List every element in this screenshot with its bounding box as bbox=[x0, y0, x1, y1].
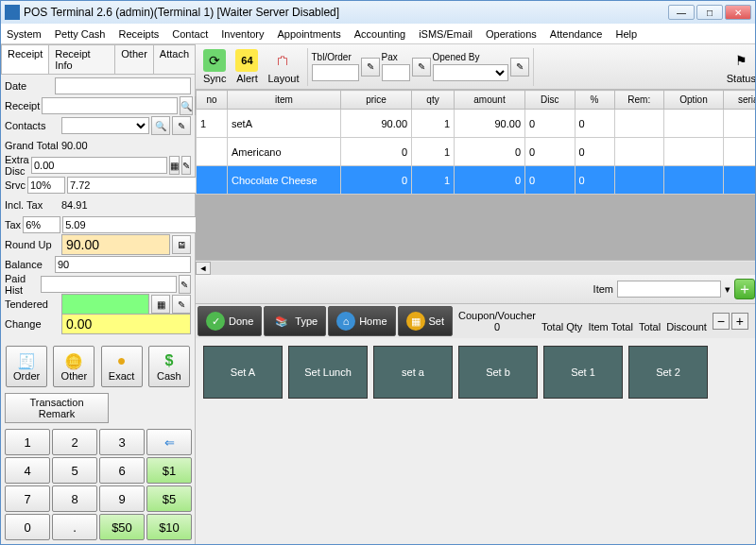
col-serial[interactable]: seria bbox=[724, 91, 756, 110]
menu-operations[interactable]: Operations bbox=[486, 28, 537, 40]
key-1[interactable]: 1 bbox=[5, 429, 50, 455]
menu-accounting[interactable]: Accounting bbox=[354, 28, 405, 40]
tab-attach[interactable]: Attach bbox=[153, 44, 196, 74]
edit-icon[interactable]: ✎ bbox=[181, 156, 191, 175]
tab-other[interactable]: Other bbox=[114, 44, 154, 74]
menu-system[interactable]: System bbox=[7, 28, 42, 40]
key-d50[interactable]: $50 bbox=[99, 514, 145, 540]
add-button[interactable]: ＋ bbox=[734, 279, 755, 299]
key-d5[interactable]: $5 bbox=[146, 485, 192, 512]
key-5[interactable]: 5 bbox=[52, 457, 97, 484]
col-option[interactable]: Option bbox=[664, 91, 724, 110]
key-9[interactable]: 9 bbox=[99, 485, 145, 512]
status-button[interactable]: ⚑Status bbox=[723, 46, 755, 88]
monitor-icon[interactable]: 🖥 bbox=[172, 235, 191, 254]
paidhist-input[interactable] bbox=[41, 276, 177, 293]
close-button[interactable]: ✕ bbox=[725, 5, 751, 20]
hscroll[interactable]: ◄ ► bbox=[196, 260, 755, 275]
key-2[interactable]: 2 bbox=[52, 429, 97, 455]
key-dot[interactable]: . bbox=[52, 514, 97, 540]
edit-icon[interactable]: ✎ bbox=[412, 58, 431, 77]
plus-button[interactable]: + bbox=[731, 313, 748, 330]
minus-button[interactable]: − bbox=[713, 313, 730, 330]
key-6[interactable]: 6 bbox=[99, 457, 145, 484]
search-icon[interactable]: 🔍 bbox=[180, 96, 193, 115]
calc-icon[interactable]: ▦ bbox=[169, 156, 180, 175]
table-row[interactable]: 1setA90.00190.00006 % inclbatc bbox=[197, 110, 756, 138]
menu-isms[interactable]: iSMS/Email bbox=[419, 28, 472, 40]
edit-icon[interactable]: ✎ bbox=[510, 58, 529, 77]
menu-receipts[interactable]: Receipts bbox=[119, 28, 160, 40]
balance-input[interactable] bbox=[55, 256, 191, 273]
key-7[interactable]: 7 bbox=[5, 485, 50, 512]
tab-receiptinfo[interactable]: Receipt Info bbox=[48, 44, 115, 74]
sync-button[interactable]: ⟳Sync bbox=[199, 46, 230, 88]
scroll-left-icon[interactable]: ◄ bbox=[196, 262, 211, 275]
set-lunch[interactable]: Set Lunch bbox=[288, 346, 368, 399]
menu-inventory[interactable]: Inventory bbox=[221, 28, 264, 40]
menu-attendance[interactable]: Attendance bbox=[550, 28, 603, 40]
table-row[interactable]: Chocolate Cheese010006 % inclunit bbox=[197, 166, 756, 195]
edit-icon[interactable]: ✎ bbox=[361, 58, 380, 77]
set-a[interactable]: Set A bbox=[203, 346, 283, 399]
edit-icon[interactable]: ✎ bbox=[172, 116, 191, 135]
tab-receipt[interactable]: Receipt bbox=[1, 44, 49, 74]
col-qty[interactable]: qty bbox=[412, 91, 455, 110]
home-button[interactable]: ⌂Home bbox=[328, 306, 395, 336]
date-input[interactable] bbox=[55, 77, 191, 94]
app-icon bbox=[5, 5, 20, 20]
calc-icon[interactable]: ▦ bbox=[151, 295, 170, 314]
menu-contact[interactable]: Contact bbox=[172, 28, 208, 40]
exact-button[interactable]: ●Exact bbox=[101, 346, 143, 387]
alert-button[interactable]: 64Alert bbox=[232, 46, 262, 88]
col-item[interactable]: item bbox=[228, 91, 341, 110]
pax-input[interactable] bbox=[382, 64, 410, 81]
edit-icon[interactable]: ✎ bbox=[172, 295, 191, 314]
col-no[interactable]: no bbox=[197, 91, 228, 110]
item-input[interactable] bbox=[617, 281, 721, 298]
tblorder-input[interactable] bbox=[312, 64, 359, 81]
key-8[interactable]: 8 bbox=[52, 485, 97, 512]
minimize-button[interactable]: — bbox=[668, 5, 695, 20]
tax-pct[interactable] bbox=[23, 216, 60, 233]
menu-help[interactable]: Help bbox=[615, 28, 637, 40]
cash-button[interactable]: $Cash bbox=[148, 346, 190, 387]
openedby-select[interactable] bbox=[433, 64, 508, 81]
col-amount[interactable]: amount bbox=[455, 91, 525, 110]
srvc-val[interactable] bbox=[67, 177, 203, 194]
key-d10[interactable]: $10 bbox=[146, 514, 192, 540]
remark-button[interactable]: Transaction Remark bbox=[5, 393, 109, 423]
key-back[interactable]: ⇐ bbox=[146, 429, 192, 455]
srvc-pct[interactable] bbox=[27, 177, 65, 194]
tax-val[interactable] bbox=[62, 216, 198, 233]
type-button[interactable]: 📚Type bbox=[264, 306, 326, 336]
contacts-select[interactable] bbox=[61, 117, 149, 134]
menu-appointments[interactable]: Appointments bbox=[277, 28, 340, 40]
col-disc[interactable]: Disc bbox=[525, 91, 576, 110]
edit-icon[interactable]: ✎ bbox=[179, 275, 191, 294]
col-rem[interactable]: Rem: bbox=[614, 91, 664, 110]
set-b[interactable]: Set b bbox=[458, 346, 538, 399]
receipt-input[interactable] bbox=[42, 97, 178, 114]
set-button[interactable]: ▦Set bbox=[398, 306, 454, 336]
col-pct[interactable]: % bbox=[575, 91, 614, 110]
maximize-button[interactable]: □ bbox=[696, 5, 723, 20]
set-1[interactable]: Set 1 bbox=[543, 346, 623, 399]
key-3[interactable]: 3 bbox=[99, 429, 145, 455]
grandtotal-value: 90.00 bbox=[61, 140, 191, 151]
done-button[interactable]: ✓Done bbox=[198, 306, 262, 336]
extradisc-input[interactable] bbox=[31, 157, 167, 174]
col-price[interactable]: price bbox=[341, 91, 412, 110]
order-button[interactable]: 🧾Order bbox=[6, 346, 47, 387]
set-a2[interactable]: set a bbox=[373, 346, 453, 399]
set-2[interactable]: Set 2 bbox=[628, 346, 708, 399]
key-0[interactable]: 0 bbox=[5, 514, 50, 540]
other-button[interactable]: 🪙Other bbox=[53, 346, 94, 387]
key-4[interactable]: 4 bbox=[5, 457, 50, 484]
menu-pettycash[interactable]: Petty Cash bbox=[55, 28, 106, 40]
table-row[interactable]: Americano010006 % inclunit bbox=[197, 138, 756, 166]
numpad: 1 2 3 ⇐ 4 5 6 $1 7 8 9 $5 0 . $50 $10 bbox=[1, 425, 195, 544]
key-d1[interactable]: $1 bbox=[146, 457, 192, 484]
layout-button[interactable]: ⛫Layout bbox=[264, 46, 302, 88]
search-icon[interactable]: 🔍 bbox=[151, 116, 170, 135]
